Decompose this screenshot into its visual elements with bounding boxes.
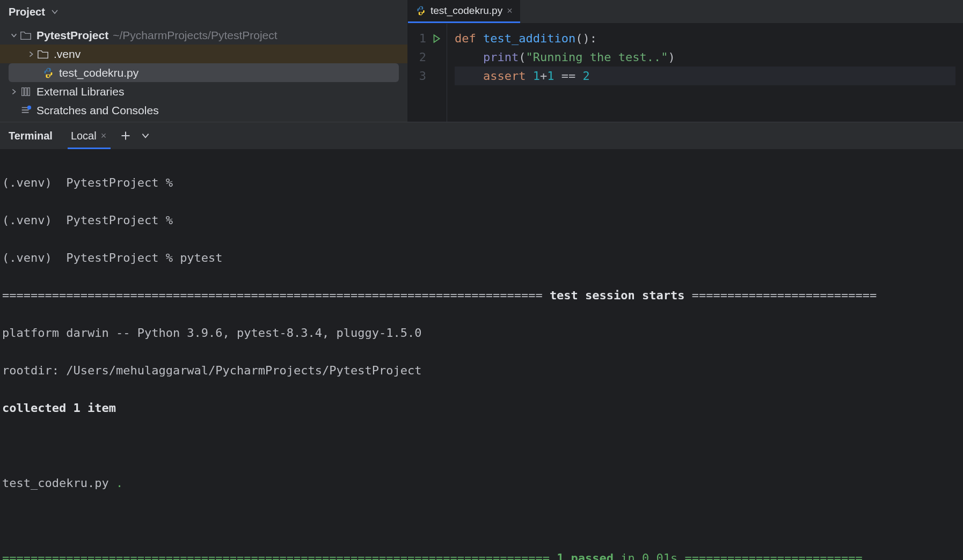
project-tree: PytestProject ~/PycharmProjects/PytestPr…: [0, 24, 407, 122]
python-file-icon: [415, 5, 426, 16]
terminal-line: (.venv) PytestProject % pytest: [2, 248, 961, 267]
line-number: 2: [418, 50, 426, 64]
editor-body[interactable]: 1 2 3 def test_addition(): print("Runnin…: [408, 24, 963, 122]
line-number: 1: [418, 32, 426, 45]
line-number: 3: [418, 69, 426, 83]
editor-panel: test_codekru.py × 1 2 3: [408, 0, 963, 122]
tab-filename: test_codekru.py: [431, 5, 502, 17]
library-icon: [19, 85, 32, 98]
terminal-tab-label: Local: [71, 130, 97, 142]
close-icon[interactable]: ×: [101, 130, 107, 142]
terminal-line: [2, 436, 961, 455]
chevron-down-icon[interactable]: [50, 8, 59, 16]
code-area[interactable]: def test_addition(): print("Running the …: [447, 24, 963, 122]
project-name: PytestProject: [37, 29, 108, 42]
venv-label: .venv: [54, 48, 81, 61]
terminal-line: ========================================…: [2, 549, 961, 560]
tree-venv[interactable]: .venv: [0, 45, 407, 63]
close-icon[interactable]: ×: [507, 5, 513, 17]
chevron-down-icon[interactable]: [9, 32, 19, 39]
tree-root[interactable]: PytestProject ~/PycharmProjects/PytestPr…: [0, 26, 407, 45]
project-header[interactable]: Project: [0, 0, 407, 24]
terminal-line: (.venv) PytestProject %: [2, 173, 961, 192]
terminal-tab[interactable]: Local ×: [62, 122, 111, 149]
project-panel-title: Project: [9, 6, 45, 18]
tree-file-selected[interactable]: test_codekru.py: [9, 63, 399, 82]
terminal-line: platform darwin -- Python 3.9.6, pytest-…: [2, 323, 961, 342]
scratches-icon: [19, 104, 32, 117]
file-label: test_codekru.py: [59, 67, 138, 79]
external-label: External Libraries: [37, 85, 124, 98]
terminal-line: (.venv) PytestProject %: [2, 211, 961, 230]
chevron-down-icon[interactable]: [141, 131, 150, 141]
terminal-header: Terminal Local ×: [0, 122, 963, 149]
code-line[interactable]: assert 1+1 == 2: [455, 67, 955, 85]
tree-external-libraries[interactable]: External Libraries: [0, 82, 407, 101]
svg-rect-2: [28, 87, 30, 95]
terminal-line: test_codekru.py .: [2, 474, 961, 492]
gutter: 1 2 3: [408, 24, 447, 122]
plus-icon[interactable]: [120, 130, 131, 141]
project-panel: Project PytestProject ~/PycharmProjects/…: [0, 0, 408, 122]
editor-tab[interactable]: test_codekru.py ×: [408, 0, 520, 23]
svg-point-3: [27, 105, 31, 109]
code-line[interactable]: print("Running the test.."): [455, 48, 955, 67]
python-file-icon: [42, 67, 55, 79]
terminal-section: Terminal Local × (.venv) PytestProject %…: [0, 122, 963, 560]
svg-rect-1: [25, 87, 27, 95]
folder-icon: [37, 48, 49, 61]
code-line[interactable]: def test_addition():: [455, 29, 955, 48]
scratches-label: Scratches and Consoles: [37, 104, 159, 117]
top-section: Project PytestProject ~/PycharmProjects/…: [0, 0, 963, 122]
terminal-title: Terminal: [9, 130, 53, 142]
chevron-right-icon[interactable]: [26, 50, 37, 58]
terminal-line: [2, 511, 961, 530]
tree-scratches[interactable]: Scratches and Consoles: [0, 101, 407, 120]
terminal-body[interactable]: (.venv) PytestProject % (.venv) PytestPr…: [0, 149, 963, 560]
editor-tabs: test_codekru.py ×: [408, 0, 963, 24]
terminal-line: ========================================…: [2, 286, 961, 305]
run-icon[interactable]: [432, 34, 441, 43]
folder-icon: [19, 29, 32, 42]
terminal-line: collected 1 item: [2, 399, 961, 417]
chevron-right-icon[interactable]: [9, 88, 19, 95]
terminal-line: rootdir: /Users/mehulaggarwal/PycharmPro…: [2, 361, 961, 380]
project-path: ~/PycharmProjects/PytestProject: [113, 29, 277, 42]
svg-rect-0: [22, 87, 24, 95]
